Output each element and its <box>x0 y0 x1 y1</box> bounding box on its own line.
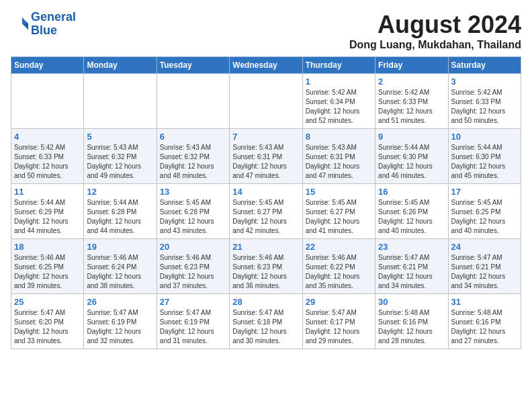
day-number: 16 <box>378 187 445 197</box>
weekday-header: Wednesday <box>230 57 302 74</box>
day-number: 24 <box>451 242 518 252</box>
day-info: Sunrise: 5:43 AM Sunset: 6:32 PM Dayligh… <box>87 143 153 181</box>
calendar-cell <box>11 74 84 129</box>
day-number: 28 <box>232 297 299 307</box>
day-info: Sunrise: 5:45 AM Sunset: 6:28 PM Dayligh… <box>160 198 226 236</box>
day-number: 22 <box>306 242 372 252</box>
calendar-cell: 10Sunrise: 5:44 AM Sunset: 6:30 PM Dayli… <box>448 129 521 184</box>
calendar-cell: 16Sunrise: 5:45 AM Sunset: 6:26 PM Dayli… <box>375 184 448 239</box>
day-number: 10 <box>451 132 518 142</box>
calendar-cell: 1Sunrise: 5:42 AM Sunset: 6:34 PM Daylig… <box>302 74 375 129</box>
calendar-cell: 15Sunrise: 5:45 AM Sunset: 6:27 PM Dayli… <box>302 184 375 239</box>
calendar-cell: 25Sunrise: 5:47 AM Sunset: 6:20 PM Dayli… <box>11 294 84 349</box>
calendar-cell: 9Sunrise: 5:44 AM Sunset: 6:30 PM Daylig… <box>375 129 448 184</box>
day-number: 5 <box>87 132 153 142</box>
day-info: Sunrise: 5:46 AM Sunset: 6:23 PM Dayligh… <box>160 253 226 291</box>
day-info: Sunrise: 5:44 AM Sunset: 6:29 PM Dayligh… <box>14 198 81 236</box>
calendar-cell <box>230 74 302 129</box>
weekday-header: Monday <box>84 57 157 74</box>
calendar-cell: 19Sunrise: 5:46 AM Sunset: 6:24 PM Dayli… <box>84 239 157 294</box>
day-info: Sunrise: 5:47 AM Sunset: 6:21 PM Dayligh… <box>378 253 445 291</box>
day-number: 19 <box>87 242 153 252</box>
calendar-cell: 14Sunrise: 5:45 AM Sunset: 6:27 PM Dayli… <box>230 184 302 239</box>
day-info: Sunrise: 5:47 AM Sunset: 6:21 PM Dayligh… <box>451 253 518 291</box>
day-number: 20 <box>160 242 226 252</box>
day-number: 18 <box>14 242 81 252</box>
day-info: Sunrise: 5:44 AM Sunset: 6:30 PM Dayligh… <box>451 143 518 181</box>
weekday-header-row: SundayMondayTuesdayWednesdayThursdayFrid… <box>11 57 521 74</box>
calendar-cell: 12Sunrise: 5:44 AM Sunset: 6:28 PM Dayli… <box>84 184 157 239</box>
page-header: General Blue August 2024 Dong Luang, Muk… <box>11 11 521 51</box>
day-number: 23 <box>378 242 445 252</box>
day-number: 11 <box>14 187 81 197</box>
logo-icon <box>11 15 30 34</box>
calendar-cell: 30Sunrise: 5:48 AM Sunset: 6:16 PM Dayli… <box>375 294 448 349</box>
day-info: Sunrise: 5:45 AM Sunset: 6:27 PM Dayligh… <box>306 198 372 236</box>
calendar-cell: 22Sunrise: 5:46 AM Sunset: 6:22 PM Dayli… <box>302 239 375 294</box>
day-info: Sunrise: 5:47 AM Sunset: 6:20 PM Dayligh… <box>14 308 81 346</box>
day-number: 17 <box>451 187 518 197</box>
day-info: Sunrise: 5:46 AM Sunset: 6:25 PM Dayligh… <box>14 253 81 291</box>
calendar-cell: 2Sunrise: 5:42 AM Sunset: 6:33 PM Daylig… <box>375 74 448 129</box>
calendar-cell: 20Sunrise: 5:46 AM Sunset: 6:23 PM Dayli… <box>157 239 229 294</box>
weekday-header: Thursday <box>302 57 375 74</box>
day-info: Sunrise: 5:44 AM Sunset: 6:28 PM Dayligh… <box>87 198 153 236</box>
day-number: 21 <box>232 242 299 252</box>
calendar-week-row: 1Sunrise: 5:42 AM Sunset: 6:34 PM Daylig… <box>11 74 521 129</box>
day-info: Sunrise: 5:45 AM Sunset: 6:25 PM Dayligh… <box>451 198 518 236</box>
calendar-cell <box>84 74 157 129</box>
day-info: Sunrise: 5:44 AM Sunset: 6:30 PM Dayligh… <box>378 143 445 181</box>
calendar-week-row: 25Sunrise: 5:47 AM Sunset: 6:20 PM Dayli… <box>11 294 521 349</box>
calendar-cell: 4Sunrise: 5:42 AM Sunset: 6:33 PM Daylig… <box>11 129 84 184</box>
calendar-cell: 7Sunrise: 5:43 AM Sunset: 6:31 PM Daylig… <box>230 129 302 184</box>
day-number: 14 <box>232 187 299 197</box>
calendar-cell: 8Sunrise: 5:43 AM Sunset: 6:31 PM Daylig… <box>302 129 375 184</box>
day-number: 31 <box>451 297 518 307</box>
day-number: 8 <box>306 132 372 142</box>
calendar-cell: 31Sunrise: 5:48 AM Sunset: 6:16 PM Dayli… <box>448 294 521 349</box>
day-info: Sunrise: 5:45 AM Sunset: 6:27 PM Dayligh… <box>232 198 299 236</box>
day-number: 1 <box>306 77 372 87</box>
day-number: 4 <box>14 132 81 142</box>
calendar-cell: 18Sunrise: 5:46 AM Sunset: 6:25 PM Dayli… <box>11 239 84 294</box>
calendar-cell: 11Sunrise: 5:44 AM Sunset: 6:29 PM Dayli… <box>11 184 84 239</box>
day-number: 13 <box>160 187 226 197</box>
calendar-cell: 21Sunrise: 5:46 AM Sunset: 6:23 PM Dayli… <box>230 239 302 294</box>
day-number: 27 <box>160 297 226 307</box>
calendar-cell: 27Sunrise: 5:47 AM Sunset: 6:19 PM Dayli… <box>157 294 229 349</box>
day-info: Sunrise: 5:43 AM Sunset: 6:32 PM Dayligh… <box>160 143 226 181</box>
calendar-week-row: 11Sunrise: 5:44 AM Sunset: 6:29 PM Dayli… <box>11 184 521 239</box>
logo: General Blue <box>11 11 76 38</box>
logo-text: General Blue <box>31 11 76 38</box>
day-info: Sunrise: 5:42 AM Sunset: 6:33 PM Dayligh… <box>378 88 445 126</box>
day-number: 2 <box>378 77 445 87</box>
day-number: 29 <box>306 297 372 307</box>
day-number: 9 <box>378 132 445 142</box>
calendar-cell: 23Sunrise: 5:47 AM Sunset: 6:21 PM Dayli… <box>375 239 448 294</box>
calendar-cell: 5Sunrise: 5:43 AM Sunset: 6:32 PM Daylig… <box>84 129 157 184</box>
day-number: 15 <box>306 187 372 197</box>
day-info: Sunrise: 5:47 AM Sunset: 6:17 PM Dayligh… <box>306 308 372 346</box>
day-info: Sunrise: 5:43 AM Sunset: 6:31 PM Dayligh… <box>306 143 372 181</box>
weekday-header: Saturday <box>448 57 521 74</box>
day-info: Sunrise: 5:42 AM Sunset: 6:34 PM Dayligh… <box>306 88 372 126</box>
day-number: 7 <box>232 132 299 142</box>
day-info: Sunrise: 5:48 AM Sunset: 6:16 PM Dayligh… <box>378 308 445 346</box>
day-number: 25 <box>14 297 81 307</box>
weekday-header: Friday <box>375 57 448 74</box>
calendar-cell: 13Sunrise: 5:45 AM Sunset: 6:28 PM Dayli… <box>157 184 229 239</box>
calendar-cell: 24Sunrise: 5:47 AM Sunset: 6:21 PM Dayli… <box>448 239 521 294</box>
calendar-cell <box>157 74 229 129</box>
weekday-header: Tuesday <box>157 57 229 74</box>
day-info: Sunrise: 5:46 AM Sunset: 6:23 PM Dayligh… <box>232 253 299 291</box>
day-info: Sunrise: 5:46 AM Sunset: 6:24 PM Dayligh… <box>87 253 153 291</box>
calendar-week-row: 18Sunrise: 5:46 AM Sunset: 6:25 PM Dayli… <box>11 239 521 294</box>
day-info: Sunrise: 5:46 AM Sunset: 6:22 PM Dayligh… <box>306 253 372 291</box>
day-info: Sunrise: 5:42 AM Sunset: 6:33 PM Dayligh… <box>14 143 81 181</box>
day-info: Sunrise: 5:47 AM Sunset: 6:18 PM Dayligh… <box>232 308 299 346</box>
day-info: Sunrise: 5:45 AM Sunset: 6:26 PM Dayligh… <box>378 198 445 236</box>
calendar-cell: 26Sunrise: 5:47 AM Sunset: 6:19 PM Dayli… <box>84 294 157 349</box>
title-block: August 2024 Dong Luang, Mukdahan, Thaila… <box>349 11 521 51</box>
day-number: 3 <box>451 77 518 87</box>
day-number: 26 <box>87 297 153 307</box>
